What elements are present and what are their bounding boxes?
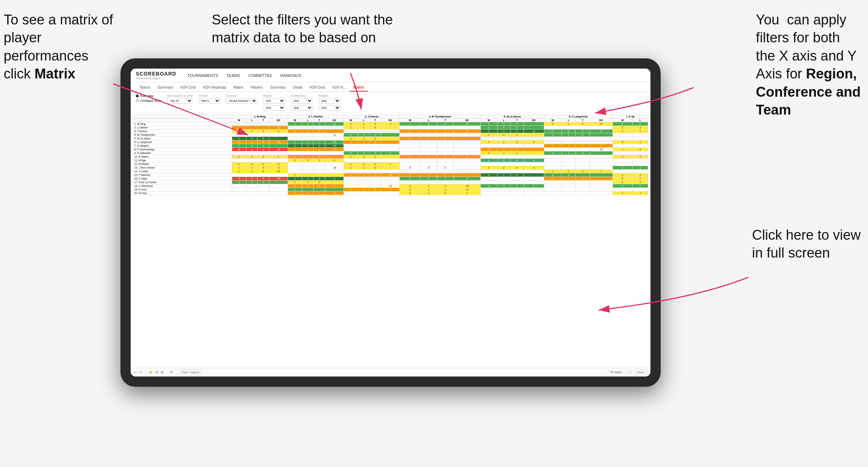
sh-w2: W [288,119,302,122]
filter-players: Players (All) (All) [319,94,341,111]
players-select-2[interactable]: (All) [319,105,341,111]
table-row: 3. J Koivun 1102 010 01013 04011 0103 12 [133,130,648,133]
nav-bar: SCOREBOARD Powered by clippd TOURNAMENTS… [131,69,650,82]
table-row: 9. N Gabrelcik 0009 011 110 [133,151,648,155]
players-select-1[interactable]: (All) [319,98,341,104]
sh-w4: W [400,119,420,122]
subnav-h2hgrid2[interactable]: H2H Grid [306,84,329,92]
filter-conference: Conference (All) (All) [291,94,313,111]
players-label: Players [319,94,341,97]
sh-l7: L [632,119,648,122]
subnav-h2hgrid[interactable]: H2H Grid [177,84,199,92]
nav-items: TOURNAMENTS TEAMS COMMITTEE RANKINGS [187,73,301,78]
tablet-screen: SCOREBOARD Powered by clippd TOURNAMENTS… [131,69,650,377]
header-jkoivun: 3. J Koivun [343,115,399,119]
table-row: 6. C Lamprecht 300-16 24124 300 1106 01 [133,140,648,144]
header-lclanton: 2. L Clanton [288,115,343,119]
compact-view-radio[interactable] [136,99,139,102]
table-row: 18. C Sherwood 1300 -11 220-10 3011 45 [133,184,648,188]
sh-l6: L [561,119,575,122]
table-row: 19. D Ford 2 020-1 01013 [133,188,648,192]
nav-teams[interactable]: TEAMS [226,73,240,78]
subnav-summary[interactable]: Summary [154,84,177,92]
expand-icon[interactable]: ⛶ [629,371,632,374]
table-row: 10. B Valdes 1101 010 001 01011 11 [133,155,648,159]
division-select[interactable]: NCAA Division I [226,98,257,104]
max-players-label: Max players in view [167,94,193,97]
full-view-option[interactable]: Full View [136,94,161,98]
max-players-select[interactable]: Top 25 [167,98,193,104]
share-button[interactable]: Share [635,370,647,375]
gender-select[interactable]: Men's [199,98,220,104]
matrix-table: 1. W Ding 2. L Clanton 3. J Koivun 4. M … [133,115,648,195]
sh-l5: L [497,119,510,122]
annotation-topright: You can apply filters for both the X axi… [756,11,861,119]
subnav-h2hh[interactable]: H2H H... [329,84,350,92]
header-clamprecht: 6. C Lamprecht [544,115,612,119]
filter-bar: Full View Compact View Max players in vi… [131,92,650,113]
conference-select-1[interactable]: (All) [291,98,313,104]
annotation-topcenter-text: Select the filters you want the matrix d… [212,12,393,45]
toolbar-pan[interactable]: ✋ [149,371,153,374]
matrix-content[interactable]: 1. W Ding 2. L Clanton 3. J Koivun 4. M … [131,113,650,368]
annotation-bottomright-text: Click here to view in full screen [752,227,861,260]
table-row: 1. W Ding 12011 110-2 12017 130 01013 02 [133,122,648,126]
sh-l4: L [420,119,437,122]
toolbar-settings[interactable]: ⚙ [170,371,173,374]
sh-dif1: Dif [269,119,288,122]
nav-tournaments[interactable]: TOURNAMENTS [187,73,218,78]
sh-t4: T [437,119,454,122]
nav-committee[interactable]: COMMITTEE [248,73,272,78]
filter-region: Region N/A N/A [263,94,285,111]
table-row: 8. P Summerhays 512-45 200-16 010 -13 12 [133,148,648,151]
subnav-h2hheatmap[interactable]: H2H Heatmap [199,84,230,92]
sh-t5: T [510,119,523,122]
sh-t1: T [258,119,269,122]
view-original-button[interactable]: View: Original [179,370,201,375]
header-gsa: 7. G Sa [612,115,648,119]
sh-l1: L [246,119,257,122]
division-label: Division [226,94,257,97]
toolbar-zoom-out[interactable]: ⊟ [155,371,158,374]
table-row: 7. G Sargent 200 220-15 0103 [133,144,648,148]
compact-view-label: Compact View [140,99,161,103]
table-row: 16. K Vilips 310-25 2204 3308 010 01 [133,177,648,181]
sh-w5: W [481,119,497,122]
compact-view-option[interactable]: Compact View [136,99,161,103]
table-row: 2. L Clanton 2-16 110 101 22 [133,126,648,130]
toolbar-zoom-in[interactable]: ⊞ [161,371,164,374]
subnav-detail[interactable]: Detail [289,84,306,92]
subnav-matrix[interactable]: Matrix [230,84,247,92]
sh-t3: T [369,119,381,122]
subnav-summary2[interactable]: Summary [266,84,289,92]
sh-w1: W [232,119,246,122]
sh-t6: T [576,119,589,122]
table-row: 13. J Skov Olesen 110-3 -19 110 000 220-… [133,166,648,170]
region-label: Region [263,94,285,97]
bottom-toolbar: ↩ ↪ | ✋ ⊟ ⊞ | ⚙ | View: Original 👁 Watch… [131,368,650,377]
toolbar-redo[interactable]: ↪ [140,371,142,374]
table-row: 12. M Riedel 110-6 1101 [133,162,648,166]
conference-select-2[interactable]: (All) [291,105,313,111]
subnav-teams[interactable]: Teams [136,84,154,92]
watch-button[interactable]: 👁 Watch [610,371,622,374]
sub-nav: Teams Summary H2H Grid H2H Heatmap Matri… [131,82,650,92]
nav-rankings[interactable]: RANKINGS [280,73,301,78]
region-select-1[interactable]: N/A [263,98,285,104]
table-row: 4. M Thorbjornsen -3 100 101 110 [133,133,648,137]
region-select-2[interactable]: N/A [263,105,285,111]
filter-max-players: Max players in view Top 25 [167,94,193,104]
table-row: 5. M La Sasso 150 110 010 [133,137,648,140]
filter-gender: Gender Men's [199,94,220,104]
table-row: 20. M Ford 331-11 0107 11 [133,192,648,195]
table-row: 15. P Maichon 1 110-19 010 410 10 22 [133,173,648,177]
sh-dif2: Dif [325,119,343,122]
toolbar-undo[interactable]: ↩ [134,371,137,374]
annotation-topright-text: You can apply filters for both the X axi… [756,12,861,117]
full-view-radio[interactable] [136,94,139,97]
annotation-bottomright: Click here to view in full screen [752,226,861,262]
subnav-players[interactable]: Players [247,84,266,92]
header-wding: 1. W Ding [232,115,288,119]
subnav-matrix2[interactable]: Matrix [350,84,368,92]
sh-w7: W [612,119,632,122]
